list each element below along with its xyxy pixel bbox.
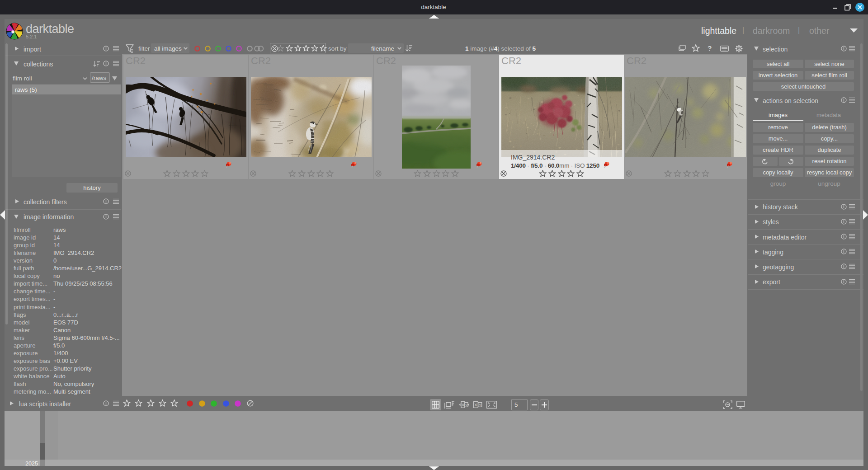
svg-text:X: X <box>474 402 477 407</box>
svg-text:Y: Y <box>465 403 468 407</box>
svg-text:Y: Y <box>479 403 481 407</box>
svg-text:X: X <box>462 402 465 407</box>
